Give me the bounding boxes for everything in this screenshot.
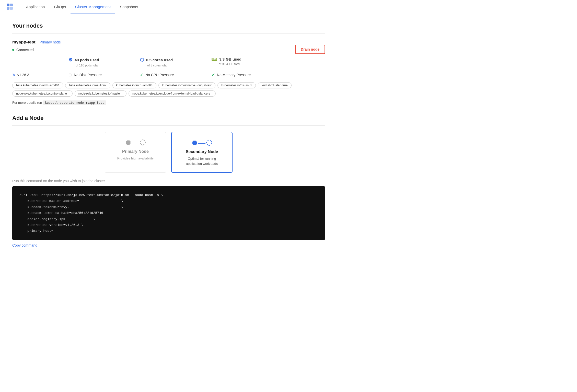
pods-total: of 110 pods total xyxy=(68,64,140,67)
status-grid: ↻ v1.26.3 ⊟ No Disk Pressure ✔ No CPU Pr… xyxy=(12,72,325,77)
cpu-pressure-item: ✔ No CPU Pressure xyxy=(140,72,212,77)
secondary-node-label: Secondary Node xyxy=(182,149,222,154)
drain-btn-wrapper: Drain node xyxy=(295,45,325,54)
svg-rect-1 xyxy=(10,4,13,6)
metric-memory-main: RAM 3.3 GB used xyxy=(212,57,283,61)
version-label: v1.26.3 xyxy=(17,73,29,77)
node-tag: beta.kubernetes.io/arch=amd64 xyxy=(12,82,63,88)
status-dot xyxy=(12,49,14,51)
node-name: myapp-test xyxy=(12,40,36,45)
nodes-title: Your nodes xyxy=(12,22,325,29)
node-details-text: For more details run kubectl describe no… xyxy=(12,101,325,105)
disk-pressure-item: ⊟ No Disk Pressure xyxy=(68,72,140,77)
nav-gitops[interactable]: GitOps xyxy=(49,0,71,14)
primary-node-badge: Primary node xyxy=(40,40,61,44)
node-status: Connected xyxy=(16,48,34,52)
cores-icon: ⬡ xyxy=(140,57,144,63)
node-tag: kubernetes.io/arch=amd64 xyxy=(112,82,156,88)
details-code: kubectl describe node myapp-test xyxy=(43,100,106,105)
svg-rect-0 xyxy=(7,4,9,6)
memory-pressure-item: ✔ No Memory Pressure xyxy=(212,72,283,77)
node-tag: kurl.sh/cluster=true xyxy=(258,82,292,88)
metric-pods: ⚙ 40 pods used of 110 pods total xyxy=(68,57,140,67)
nav-snapshots[interactable]: Snapshots xyxy=(115,0,143,14)
memory-pressure-label: No Memory Pressure xyxy=(217,73,251,77)
memory-check-icon: ✔ xyxy=(212,72,215,77)
node-tag: beta.kubernetes.io/os=linux xyxy=(65,82,110,88)
metric-version xyxy=(12,57,68,67)
metric-memory: RAM 3.3 GB used of 31.4 GB total xyxy=(212,57,283,67)
metric-cores-main: ⬡ 0.5 cores used xyxy=(140,57,212,63)
svg-rect-3 xyxy=(10,7,13,10)
node-type-grid: ⏺—◯ Primary Node Provides high availabil… xyxy=(12,132,325,173)
node-status-row: Connected xyxy=(12,48,325,52)
drain-node-button[interactable]: Drain node xyxy=(295,45,325,54)
secondary-node-desc: Optimal for running application workload… xyxy=(182,156,222,166)
node-tag: kubernetes.io/hostname=jonquil-test xyxy=(158,82,215,88)
primary-node-desc: Provides high availability xyxy=(115,156,156,161)
pods-icon: ⚙ xyxy=(68,57,73,63)
app-logo xyxy=(6,3,13,11)
version-icon: ↻ xyxy=(12,73,15,77)
ram-icon: RAM xyxy=(212,58,217,61)
copy-command-link[interactable]: Copy command xyxy=(12,243,37,247)
secondary-node-card[interactable]: ⏺—◯ Secondary Node Optimal for running a… xyxy=(171,132,233,173)
add-node-section: Add a Node ⏺—◯ Primary Node Provides hig… xyxy=(12,115,325,247)
metrics-grid: ⚙ 40 pods used of 110 pods total ⬡ 0.5 c… xyxy=(12,57,325,67)
pods-used: 40 pods used xyxy=(75,58,99,62)
nav-application[interactable]: Application xyxy=(21,0,49,14)
disk-pressure-label: No Disk Pressure xyxy=(74,73,102,77)
node-tag: kubernetes.io/os=linux xyxy=(217,82,256,88)
node-header: myapp-test Primary node xyxy=(12,40,325,45)
primary-node-label: Primary Node xyxy=(115,149,156,154)
run-cmd-label: Run this command on the node you wish to… xyxy=(12,179,325,183)
nodes-section: Your nodes myapp-test Primary node Conne… xyxy=(12,22,325,105)
nav-cluster-management[interactable]: Cluster Management xyxy=(71,0,115,14)
cpu-pressure-label: No CPU Pressure xyxy=(145,73,174,77)
add-node-title: Add a Node xyxy=(12,115,325,121)
cores-total: of 8 cores total xyxy=(140,64,212,67)
primary-node-card[interactable]: ⏺—◯ Primary Node Provides high availabil… xyxy=(105,132,166,173)
node-row: myapp-test Primary node Connected ⚙ 40 p… xyxy=(12,40,325,105)
node-tags: beta.kubernetes.io/arch=amd64beta.kubern… xyxy=(12,82,325,97)
memory-used: 3.3 GB used xyxy=(219,57,241,61)
main-content: Your nodes myapp-test Primary node Conne… xyxy=(0,14,337,256)
metric-cores: ⬡ 0.5 cores used of 8 cores total xyxy=(140,57,212,67)
secondary-node-icon: ⏺—◯ xyxy=(182,139,222,147)
cpu-check-icon: ✔ xyxy=(140,72,143,77)
metric-pods-main: ⚙ 40 pods used xyxy=(68,57,140,63)
topnav: Application GitOps Cluster Management Sn… xyxy=(0,0,577,14)
node-tag: node-role.kubernetes.io/master= xyxy=(75,90,126,97)
details-prefix: For more details run xyxy=(12,101,42,105)
join-command-block: curl -fsSL https://kurl.sh/jq-new-test-u… xyxy=(12,186,325,240)
memory-total: of 31.4 GB total xyxy=(212,62,283,66)
node-tag: node.kubernetes.io/exclude-from-external… xyxy=(129,90,216,97)
version-item: ↻ v1.26.3 xyxy=(12,72,68,77)
cores-used: 0.5 cores used xyxy=(146,58,173,62)
primary-node-icon: ⏺—◯ xyxy=(115,138,156,147)
node-tag: node-role.kubernetes.io/control-plane= xyxy=(12,90,73,97)
svg-rect-2 xyxy=(7,7,9,10)
disk-icon: ⊟ xyxy=(68,73,72,77)
